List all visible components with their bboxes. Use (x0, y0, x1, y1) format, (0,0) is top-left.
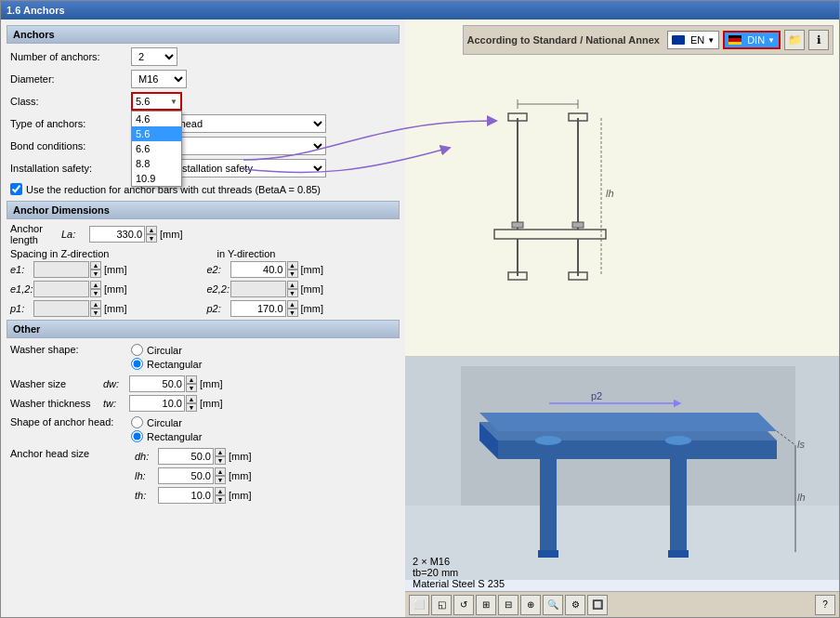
p1-input[interactable] (33, 300, 89, 317)
dh-down[interactable]: ▼ (215, 456, 226, 465)
e1-input[interactable] (33, 261, 89, 278)
view-btn-5[interactable]: ⊟ (498, 595, 518, 615)
dh-var: dh: (135, 451, 158, 462)
washer-rectangular-radio[interactable] (131, 358, 143, 370)
svg-text:ls: ls (797, 439, 805, 450)
washer-thickness-input[interactable] (129, 395, 185, 412)
e12-input[interactable] (33, 281, 89, 297)
standard-info-button[interactable]: ℹ (808, 30, 829, 50)
th-input[interactable] (158, 487, 214, 504)
washer-size-row: Washer size dw: ▲ ▼ [mm] (7, 375, 400, 392)
e22-down[interactable]: ▼ (287, 289, 298, 297)
washer-thickness-row: Washer thickness tw: ▲ ▼ [mm] (7, 395, 400, 412)
p2-spin: ▲ ▼ (287, 300, 298, 317)
p1-up[interactable]: ▲ (90, 300, 101, 309)
p2-input[interactable] (230, 300, 286, 317)
head-circular-radio[interactable] (131, 416, 143, 428)
svg-marker-22 (479, 413, 777, 431)
lh-down[interactable]: ▼ (215, 476, 226, 484)
class-dropdown-btn[interactable]: 5.6 ▼ (131, 92, 182, 111)
lh-up[interactable]: ▲ (215, 467, 226, 476)
class-label: Class: (10, 96, 131, 107)
diameter-select[interactable]: M16 (131, 70, 187, 88)
view-btn-1[interactable]: ⬜ (409, 595, 429, 615)
view-btn-8[interactable]: ⚙ (565, 595, 585, 615)
view-btn-7[interactable]: 🔍 (543, 595, 563, 615)
bond-label: Bond conditions: (10, 140, 131, 151)
e1-down[interactable]: ▼ (90, 270, 101, 278)
e2-down[interactable]: ▼ (287, 270, 298, 278)
class-option-46[interactable]: 4.6 (132, 112, 181, 126)
p1-spin: ▲ ▼ (90, 300, 101, 317)
diameter-row: Diameter: M16 (7, 70, 400, 88)
e12-down[interactable]: ▼ (90, 289, 101, 297)
washer-circular-row: Circular (131, 344, 202, 356)
anchor-length-row: Anchor length La: ▲ ▼ [mm] (7, 223, 400, 245)
lh-unit: [mm] (229, 470, 251, 481)
anchor-length-down[interactable]: ▼ (146, 234, 157, 243)
dh-unit: [mm] (229, 451, 251, 462)
window-title: 1.6 Anchors (7, 5, 65, 16)
p2-up[interactable]: ▲ (287, 300, 298, 309)
svg-rect-25 (670, 440, 687, 552)
en-select[interactable]: EN ▼ (667, 31, 719, 49)
p1-down[interactable]: ▼ (90, 309, 101, 317)
washer-circular-radio[interactable] (131, 344, 143, 356)
washer-thickness-down[interactable]: ▼ (186, 403, 197, 412)
e12-up[interactable]: ▲ (90, 281, 101, 289)
washer-thickness-up[interactable]: ▲ (186, 395, 197, 403)
th-down[interactable]: ▼ (215, 495, 226, 504)
svg-rect-26 (668, 550, 689, 558)
svg-rect-14 (512, 222, 523, 228)
e22-spin: ▲ ▼ (287, 281, 298, 297)
standard-bar: According to Standard / National Annex E… (463, 25, 833, 55)
e1-up[interactable]: ▲ (90, 261, 101, 270)
view-btn-2[interactable]: ◱ (431, 595, 452, 615)
class-option-66[interactable]: 6.6 (132, 141, 181, 156)
class-option-88[interactable]: 8.8 (132, 156, 181, 171)
e12-label: e1,2: (10, 283, 33, 295)
view-btn-6[interactable]: ⊕ (520, 595, 541, 615)
drawing-panel: According to Standard / National Annex E… (405, 20, 839, 357)
class-option-109[interactable]: 10.9 (132, 171, 181, 186)
dh-up[interactable]: ▲ (215, 448, 226, 456)
installation-label: Installation safety: (10, 163, 131, 174)
e22-up[interactable]: ▲ (287, 281, 298, 289)
p1-input-group: ▲ ▼ (33, 300, 101, 317)
washer-size-up[interactable]: ▲ (186, 375, 197, 384)
view-btn-9[interactable]: 🔲 (587, 595, 608, 615)
num-anchors-select[interactable]: 2 (131, 47, 177, 66)
washer-thickness-var: tw: (103, 398, 129, 409)
dh-input[interactable] (158, 448, 214, 465)
standard-folder-button[interactable]: 📁 (784, 30, 805, 50)
e2-row: e2: ▲ ▼ [mm] (203, 261, 400, 278)
p2-down[interactable]: ▼ (287, 309, 298, 317)
view-btn-help[interactable]: ? (815, 595, 835, 615)
head-rectangular-radio[interactable] (131, 430, 143, 442)
lh-input[interactable] (158, 467, 214, 484)
e2-input[interactable] (230, 261, 286, 278)
e22-input[interactable] (230, 281, 286, 297)
anchor-head-shape-radios: Circular Rectangular (131, 416, 202, 444)
reduction-checkbox[interactable] (10, 183, 22, 195)
p2-input-group: ▲ ▼ (230, 300, 298, 317)
view-btn-3[interactable]: ↺ (453, 595, 474, 615)
din-arrow-icon: ▼ (768, 36, 775, 45)
anchor-length-up[interactable]: ▲ (146, 226, 157, 234)
p2-row: p2: ▲ ▼ [mm] (203, 300, 400, 317)
e12-spin: ▲ ▼ (90, 281, 101, 297)
e1-row: e1: ▲ ▼ [mm] (7, 261, 203, 278)
e2-spin: ▲ ▼ (287, 261, 298, 278)
washer-size-down[interactable]: ▼ (186, 384, 197, 392)
class-option-56[interactable]: 5.6 (132, 126, 181, 141)
anchor-length-input[interactable] (89, 226, 145, 243)
th-up[interactable]: ▲ (215, 487, 226, 495)
eu-flag-icon (672, 35, 685, 45)
e2-up[interactable]: ▲ (287, 261, 298, 270)
lh-spin: ▲ ▼ (215, 467, 226, 484)
svg-point-28 (665, 436, 691, 445)
e22-label: e2,2: (207, 283, 230, 295)
view-btn-4[interactable]: ⊞ (476, 595, 496, 615)
din-select[interactable]: DIN ▼ (723, 31, 781, 49)
washer-size-input[interactable] (129, 375, 185, 392)
